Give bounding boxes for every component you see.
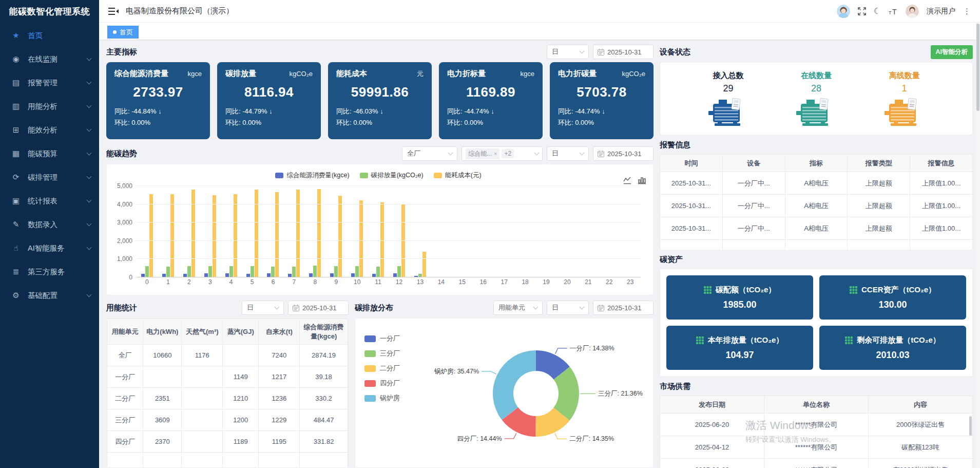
legend-swatch xyxy=(360,173,368,178)
calendar-icon: ▦ xyxy=(10,149,22,158)
page-scrollbar-thumb[interactable] xyxy=(976,24,979,111)
device-status-card: 接入总数29 在线数量28 xyxy=(660,62,973,135)
metrics-period-select[interactable]: 日 xyxy=(547,45,589,59)
fullscreen-icon[interactable] xyxy=(858,7,866,15)
x-tick-label: 8 xyxy=(304,278,325,286)
main-area: 电器制造股份有限公司（演示） ☾ TT 演示用户 ⋮ 首页 xyxy=(99,0,980,468)
metric-value: 2733.97 xyxy=(114,84,202,100)
sidebar-item-energy-analysis[interactable]: ▥用能分析 xyxy=(0,95,99,118)
bar xyxy=(338,196,342,277)
more-menu-icon[interactable]: ⋮ xyxy=(963,7,971,16)
trend-scope-select[interactable]: 全厂 xyxy=(402,146,457,161)
table-cell: 2351 xyxy=(143,388,182,409)
table-scrollbar-thumb[interactable] xyxy=(969,416,972,436)
metrics-date-value: 2025-10-31 xyxy=(607,48,642,56)
x-tick-label: 17 xyxy=(494,278,515,286)
sidebar-item-data-entry[interactable]: ✎数据录入 xyxy=(0,213,99,236)
emission-legend-item[interactable]: 锅炉房 xyxy=(364,394,414,403)
tab-dot-icon xyxy=(113,30,117,34)
bar-group xyxy=(473,186,494,277)
donut-label: 四分厂: 14.44% xyxy=(457,435,502,442)
emission-dist-title: 碳排放分布 xyxy=(355,303,393,313)
header-actions: ☾ TT 演示用户 ⋮ xyxy=(837,5,971,18)
emission-legend-item[interactable]: 四分厂 xyxy=(364,379,414,388)
trend-date-picker[interactable]: 2025-10-31 xyxy=(593,146,654,161)
sidebar-item-carbon-manage[interactable]: ⟳碳排管理 xyxy=(0,165,99,189)
table-cell: 上限值1.00... xyxy=(910,217,973,240)
font-size-icon[interactable]: TT xyxy=(889,8,898,15)
table-cell: 上限超额 xyxy=(848,172,910,195)
energy-stats-period-select[interactable]: 日 xyxy=(242,301,284,315)
emission-legend-item[interactable]: 三分厂 xyxy=(364,349,414,358)
dark-mode-icon[interactable]: ☾ xyxy=(874,6,881,16)
sidebar-item-base-config[interactable]: ⚙基础配置 xyxy=(0,284,99,307)
bar xyxy=(213,195,216,277)
emission-unit-select[interactable]: 用能单元 xyxy=(493,301,543,315)
sidebar-item-efficiency-analysis[interactable]: ⊞能效分析 xyxy=(0,118,99,142)
asset-label: 本年排放量（tCO₂e） xyxy=(708,335,784,345)
sidebar-item-online-monitor[interactable]: ◉在线监测 xyxy=(0,47,99,71)
legend-item[interactable]: 能耗成本(元) xyxy=(434,171,482,180)
emission-date-picker[interactable]: 2025-10-31 xyxy=(593,301,654,315)
asset-label-row: 本年排放量（tCO₂e） xyxy=(696,335,784,345)
collapse-sidebar-icon[interactable] xyxy=(108,7,119,15)
asset-label: 剩余可排放量（tCO₂e） xyxy=(857,335,940,345)
tag-close-icon[interactable]: × xyxy=(494,151,497,157)
energy-stats-date-picker[interactable]: 2025-10-31 xyxy=(288,301,349,315)
tab-home[interactable]: 首页 xyxy=(107,26,139,39)
table-cell: 2874.19 xyxy=(300,345,348,366)
device-stat-total: 接入总数29 xyxy=(708,71,748,129)
monitor-icon: ⊞ xyxy=(10,125,22,135)
x-tick-label: 9 xyxy=(325,278,347,286)
table-cell: 2025-06-20 xyxy=(660,459,764,468)
metrics-date-picker[interactable]: 2025-10-31 xyxy=(593,45,654,59)
sidebar-item-ai-service[interactable]: ☝AI智能服务 xyxy=(0,236,99,260)
chevron-down-icon xyxy=(580,151,585,156)
user-avatar[interactable] xyxy=(906,5,919,18)
emission-legend-item[interactable]: 二分厂 xyxy=(364,364,414,373)
column-header: 综合能源消费量(kgce) xyxy=(300,319,348,345)
device-stat-online: 在线数量28 xyxy=(796,71,836,129)
chevron-down-icon xyxy=(580,49,585,54)
energy-stats-table: 用能单元电力(kWh)天然气(m³)蒸汽(GJ)自来水(t)综合能源消费量(kg… xyxy=(107,319,348,468)
table-row: 2025-06-20******有限公司2000张绿证出售 xyxy=(660,414,973,436)
legend-item[interactable]: 碳排放量(kgCO₂e) xyxy=(360,171,424,180)
column-header: 指标 xyxy=(785,155,848,172)
table-row: 2025-10-31...一分厂中...A相电压上限超额上限值1.00... xyxy=(660,195,973,217)
sidebar-item-third-party[interactable]: ≣第三方服务 xyxy=(0,260,99,284)
gridline xyxy=(137,185,641,186)
y-tick-label: 3,000 xyxy=(117,219,132,226)
trend-period-select[interactable]: 日 xyxy=(547,146,589,161)
emission-period-select[interactable]: 日 xyxy=(547,301,589,315)
bar xyxy=(251,266,254,277)
table-cell: ******有限公司 xyxy=(764,414,869,436)
legend-item[interactable]: 综合能源消费量(kgce) xyxy=(275,171,349,180)
column-header: 自来水(t) xyxy=(259,319,300,345)
sidebar-item-energy-budget[interactable]: ▦能碳预算 xyxy=(0,142,99,165)
metric-unit: kgCO₂e xyxy=(289,70,313,78)
legend-swatch xyxy=(364,365,376,372)
sidebar-item-report[interactable]: ▣统计报表 xyxy=(0,189,99,213)
bar-group xyxy=(515,186,536,277)
trend-metric-multiselect[interactable]: 综合能...× +2 xyxy=(462,146,543,161)
username[interactable]: 演示用户 xyxy=(927,7,955,16)
motor-icon xyxy=(796,97,836,127)
ai-analysis-button[interactable]: AI智能分析 xyxy=(931,45,973,59)
x-tick-label: 14 xyxy=(431,278,452,286)
bar xyxy=(145,266,149,277)
x-tick-label: 20 xyxy=(556,278,578,286)
device-stat-label: 在线数量 xyxy=(796,71,836,81)
emission-legend-item[interactable]: 一分厂 xyxy=(364,334,414,343)
sidebar-item-label: 第三方服务 xyxy=(28,267,65,277)
chevron-down-icon xyxy=(87,292,92,297)
sidebar-item-label: AI智能服务 xyxy=(28,244,65,253)
table-row: 2025-04-12******有限公司碳配额123吨 xyxy=(660,436,973,459)
table-row: 2025-10-31...一分厂中...A相电压上限超额上限值1.00... xyxy=(660,172,973,195)
sidebar-item-home[interactable]: ★首页 xyxy=(0,24,99,47)
motor-icon-wrap xyxy=(796,97,836,129)
sidebar-item-alarm-manage[interactable]: ▤报警管理 xyxy=(0,71,99,95)
bar xyxy=(170,194,174,277)
donut-label: 二分厂: 14.35% xyxy=(569,435,614,442)
table-cell: 331.82 xyxy=(300,431,348,453)
assistant-avatar[interactable] xyxy=(837,5,850,18)
